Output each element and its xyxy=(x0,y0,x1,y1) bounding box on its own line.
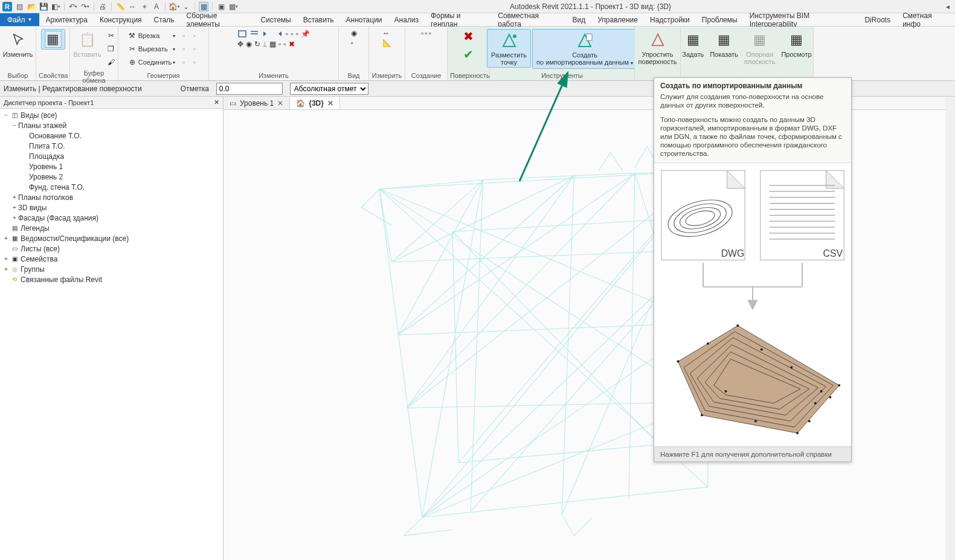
tree-elevations[interactable]: +Фасады (Фасад здания) xyxy=(0,213,223,223)
move-button[interactable]: ✥ xyxy=(237,40,243,48)
qat-icon-align[interactable]: ↔ xyxy=(127,2,137,11)
qat-icon-undo[interactable]: ↶▾ xyxy=(68,2,78,11)
rotate-button[interactable]: ↻ xyxy=(254,40,260,48)
tab-addins[interactable]: Надстройки xyxy=(644,13,696,26)
tab-steel[interactable]: Сталь xyxy=(148,13,181,26)
create-btn2[interactable]: ▫ xyxy=(425,29,427,37)
tree-legends[interactable]: ▤Легенды xyxy=(0,223,223,233)
tab-view[interactable]: Вид xyxy=(567,13,592,26)
view-tab-3d[interactable]: 🏠 {3D} ✕ xyxy=(290,97,340,109)
view-tab-level1[interactable]: ▭ Уровень 1 ✕ xyxy=(223,97,290,109)
close-icon[interactable]: ✕ xyxy=(327,99,333,108)
tree-sheets[interactable]: ▭Листы (все) xyxy=(0,243,223,254)
offset-button[interactable] xyxy=(249,29,259,39)
trim-button[interactable]: ▫ xyxy=(296,29,298,39)
tree-item[interactable]: Площадка xyxy=(0,151,223,161)
qat-icon-measure[interactable]: 📏 xyxy=(115,2,125,11)
tree-groups[interactable]: +◎Группы xyxy=(0,264,223,274)
tab-collab[interactable]: Совместная работа xyxy=(492,13,566,26)
tab-manage[interactable]: Управление xyxy=(591,13,644,26)
qat-icon-section[interactable]: ⌄ xyxy=(181,2,191,11)
tree-links[interactable]: ⟲Связанные файлы Revit xyxy=(0,274,223,285)
split2-button[interactable]: ▫ xyxy=(291,29,293,39)
tree-3d[interactable]: +3D виды xyxy=(0,202,223,213)
tab-systems[interactable]: Системы xyxy=(254,13,297,26)
create-btn3[interactable]: ▫ xyxy=(429,29,431,37)
qat-icon-save[interactable]: 💾 xyxy=(39,2,48,11)
qat-icon-3d[interactable]: 🏠▾ xyxy=(169,2,179,11)
cancel-button[interactable]: ✖ xyxy=(463,29,474,43)
tab-diroots[interactable]: DiRoots xyxy=(858,13,896,26)
tree-item[interactable]: Уровень 1 xyxy=(0,161,223,172)
tree-ceilings[interactable]: +Планы потолков xyxy=(0,192,223,202)
close-icon[interactable]: ✕ xyxy=(277,99,283,108)
modify-button[interactable]: Изменить xyxy=(1,29,36,59)
unpin-button[interactable]: ▫ xyxy=(283,40,286,48)
file-tab[interactable]: Файл▼ xyxy=(0,13,39,26)
view-btn1[interactable]: ◉ xyxy=(351,29,357,37)
measure-btn1[interactable]: ↔ xyxy=(382,29,390,37)
tab-architecture[interactable]: Архитектура xyxy=(39,13,94,26)
elevation-mode-select[interactable]: Абсолютная отметка xyxy=(290,83,368,95)
copy-button[interactable]: ❐ xyxy=(105,42,117,56)
cope-button[interactable]: ⚒Врезка▾▫▫ xyxy=(126,29,201,42)
show-button[interactable]: ▦ Показать xyxy=(707,29,741,59)
place-point-button[interactable]: Разместитьточку xyxy=(487,29,531,68)
right-scroll[interactable] xyxy=(945,97,955,560)
qat-icon-new[interactable]: ▤ xyxy=(14,2,24,11)
tree-item[interactable]: Фунд. стена Т.О. xyxy=(0,182,223,192)
tab-structure[interactable]: Конструкция xyxy=(94,13,148,26)
tree-item[interactable]: Основание Т.О. xyxy=(0,130,223,141)
measure-btn2[interactable]: 📐 xyxy=(382,39,391,47)
tab-bim-interop[interactable]: Инструменты BIM Interoperability xyxy=(744,13,859,26)
matchtype-button[interactable]: 🖌 xyxy=(105,56,117,69)
browser-tree[interactable]: −◫Виды (все) −Планы этажей Основание Т.О… xyxy=(0,109,223,560)
tree-schedules[interactable]: +▦Ведомости/Спецификации (все) xyxy=(0,233,223,243)
qat-icon-text[interactable]: A xyxy=(152,2,161,11)
qat-icon-sync[interactable]: ◧▾ xyxy=(51,2,60,11)
create-from-import-button[interactable]: Создатьпо импортированным данным ▾ xyxy=(532,29,637,69)
copy2-button[interactable]: ◉ xyxy=(246,40,252,48)
qat-icon-open[interactable]: 📂 xyxy=(27,2,36,11)
align-button[interactable] xyxy=(237,29,247,39)
simplify-button[interactable]: Упроститьповерхность xyxy=(636,29,680,66)
tree-floorplans[interactable]: −Планы этажей xyxy=(0,120,223,130)
delete-button[interactable]: ✖ xyxy=(289,40,295,48)
scale-button[interactable]: ▫ xyxy=(278,40,281,48)
cut-geom-button[interactable]: ✂Вырезать▾▫▫ xyxy=(126,42,201,56)
qat-icon-close[interactable]: ▣ xyxy=(216,2,226,11)
mirror2-button[interactable] xyxy=(274,29,283,39)
view-btn2[interactable]: ▫ xyxy=(351,39,353,47)
tab-issues[interactable]: Проблемы xyxy=(696,13,744,26)
minimize-icon[interactable]: ◂ xyxy=(943,2,953,11)
mirror-button[interactable] xyxy=(262,29,271,39)
join-button[interactable]: ⊕Соединить▾▫▫ xyxy=(126,56,201,69)
set-button[interactable]: ▦ Задать xyxy=(680,29,706,59)
cut-button[interactable]: ✂ xyxy=(105,29,117,42)
tree-families[interactable]: +▣Семейства xyxy=(0,254,223,264)
tree-item[interactable]: Плита Т.О. xyxy=(0,141,223,151)
finish-button[interactable]: ✔ xyxy=(463,47,474,62)
tab-massing[interactable]: Формы и генплан xyxy=(425,13,492,26)
array-button[interactable]: ▦ xyxy=(269,40,276,48)
elevation-input[interactable] xyxy=(216,83,283,95)
properties-button[interactable]: ▦ xyxy=(41,29,65,50)
qat-icon-thin[interactable]: ▦ xyxy=(199,2,208,11)
app-logo-icon[interactable]: R xyxy=(2,2,12,11)
tab-estimate[interactable]: Сметная инфо xyxy=(896,13,955,26)
tab-annotate[interactable]: Аннотации xyxy=(340,13,388,26)
qat-icon-switch[interactable]: ▦▾ xyxy=(228,2,238,11)
tab-analyze[interactable]: Анализ xyxy=(388,13,425,26)
tree-item[interactable]: Уровень 2 xyxy=(0,172,223,182)
tree-views-root[interactable]: −◫Виды (все) xyxy=(0,110,223,120)
create-btn1[interactable]: ▫ xyxy=(421,29,423,37)
qat-icon-print[interactable]: 🖨 xyxy=(98,2,108,11)
viewer-button[interactable]: ▦ Просмотр xyxy=(779,29,814,59)
tab-precast[interactable]: Сборные элементы xyxy=(181,13,255,26)
close-icon[interactable]: ✕ xyxy=(214,98,219,106)
qat-icon-dim[interactable]: ⌖ xyxy=(140,2,149,11)
qat-icon-redo[interactable]: ↷▾ xyxy=(80,2,90,11)
pin-button[interactable]: 📌 xyxy=(301,29,310,39)
split-button[interactable]: ▫ xyxy=(286,29,288,39)
tab-insert[interactable]: Вставить xyxy=(297,13,340,26)
